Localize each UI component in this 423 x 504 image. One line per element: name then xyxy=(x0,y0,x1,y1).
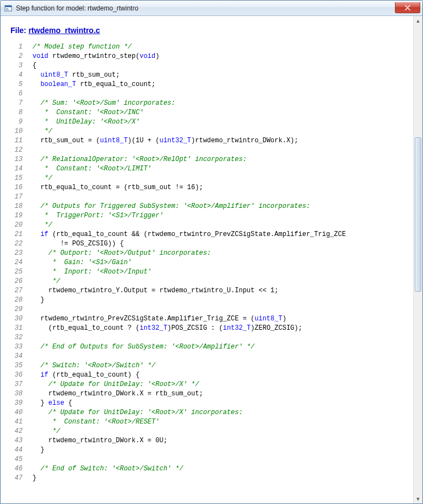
code-content[interactable]: /* End of Switch: '<Root>/Switch' */ xyxy=(32,464,346,474)
code-content[interactable]: } xyxy=(32,474,346,483)
code-line: 42 */ xyxy=(10,427,346,436)
code-content[interactable]: * Gain: '<S1>/Gain' xyxy=(32,258,346,267)
code-content[interactable]: /* Model step function */ xyxy=(32,42,346,52)
code-line: 5 boolean_T rtb_equal_to_count; xyxy=(10,80,346,89)
code-line: 12 xyxy=(10,146,346,155)
code-table: 1/* Model step function */2void rtwdemo_… xyxy=(10,42,346,483)
code-content[interactable] xyxy=(32,352,346,361)
content-area: File: rtwdemo_rtwintro.c 1/* Model step … xyxy=(1,16,422,503)
code-content[interactable]: rtwdemo_rtwintro_DWork.X = rtb_sum_out; xyxy=(32,389,346,399)
code-line: 4 uint8_T rtb_sum_out; xyxy=(10,71,346,80)
line-number: 32 xyxy=(10,333,32,342)
line-number: 43 xyxy=(10,436,32,446)
file-header: File: rtwdemo_rtwintro.c xyxy=(10,26,408,35)
code-content[interactable] xyxy=(32,89,346,99)
code-content[interactable]: uint8_T rtb_sum_out; xyxy=(32,71,346,80)
code-content[interactable] xyxy=(32,333,346,342)
line-number: 47 xyxy=(10,474,32,483)
code-content[interactable]: /* RelationalOperator: '<Root>/RelOpt' i… xyxy=(32,155,346,164)
line-number: 39 xyxy=(10,399,32,408)
code-content[interactable]: } else { xyxy=(32,399,346,408)
code-content[interactable]: * Constant: '<Root>/LIMIT' xyxy=(32,164,346,174)
code-line: 29 xyxy=(10,305,346,314)
scroll-down-arrow[interactable]: ▼ xyxy=(414,494,422,503)
code-line: 8 * Constant: '<Root>/INC' xyxy=(10,108,346,117)
scroll-thumb[interactable] xyxy=(415,137,421,292)
code-content[interactable]: /* End of Outputs for SubSystem: '<Root>… xyxy=(32,342,346,352)
line-number: 4 xyxy=(10,71,32,80)
code-line: 31 (rtb_equal_to_count ? (int32_T)POS_ZC… xyxy=(10,324,346,333)
line-number: 37 xyxy=(10,380,32,389)
code-content[interactable]: /* Update for UnitDelay: '<Root>/X' inco… xyxy=(32,408,346,417)
code-content[interactable]: /* Outputs for Triggered SubSystem: '<Ro… xyxy=(32,202,346,211)
code-content[interactable]: != POS_ZCSIG)) { xyxy=(32,239,346,249)
code-line: 18 /* Outputs for Triggered SubSystem: '… xyxy=(10,202,346,211)
code-content[interactable]: void rtwdemo_rtwintro_step(void) xyxy=(32,52,346,61)
line-number: 18 xyxy=(10,202,32,211)
code-content[interactable]: rtb_sum_out = (uint8_T)(1U + (uint32_T)r… xyxy=(32,136,346,146)
line-number: 20 xyxy=(10,221,32,230)
code-content[interactable]: rtb_equal_to_count = (rtb_sum_out != 16)… xyxy=(32,183,346,192)
code-content[interactable]: /* Update for UnitDelay: '<Root>/X' */ xyxy=(32,380,346,389)
code-content[interactable]: * UnitDelay: '<Root>/X' xyxy=(32,117,346,127)
code-line: 38 rtwdemo_rtwintro_DWork.X = rtb_sum_ou… xyxy=(10,389,346,399)
code-content[interactable]: * TriggerPort: '<S1>/Trigger' xyxy=(32,211,346,221)
line-number: 42 xyxy=(10,427,32,436)
code-line: 6 xyxy=(10,89,346,99)
code-content[interactable]: * Constant: '<Root>/INC' xyxy=(32,108,346,117)
code-content[interactable] xyxy=(32,192,346,202)
line-number: 29 xyxy=(10,305,32,314)
line-number: 3 xyxy=(10,61,32,71)
line-number: 9 xyxy=(10,117,32,127)
titlebar[interactable]: Step function for model: rtwdemo_rtwintr… xyxy=(1,1,422,16)
line-number: 1 xyxy=(10,42,32,52)
line-number: 33 xyxy=(10,342,32,352)
code-content[interactable] xyxy=(32,305,346,314)
content-scroll: File: rtwdemo_rtwintro.c 1/* Model step … xyxy=(1,16,413,503)
code-content[interactable]: boolean_T rtb_equal_to_count; xyxy=(32,80,346,89)
code-content[interactable]: * Inport: '<Root>/Input' xyxy=(32,267,346,277)
line-number: 27 xyxy=(10,286,32,296)
code-line: 22 != POS_ZCSIG)) { xyxy=(10,239,346,249)
code-content[interactable]: */ xyxy=(32,127,346,136)
code-content[interactable] xyxy=(32,146,346,155)
code-content[interactable]: */ xyxy=(32,427,346,436)
line-number: 44 xyxy=(10,446,32,455)
code-content[interactable]: */ xyxy=(32,221,346,230)
code-content[interactable]: */ xyxy=(32,277,346,286)
window-title: Step function for model: rtwdemo_rtwintr… xyxy=(16,4,395,12)
close-button[interactable] xyxy=(395,2,420,13)
line-number: 31 xyxy=(10,324,32,333)
code-line: 44 } xyxy=(10,446,346,455)
code-content[interactable]: if (rtb_equal_to_count) { xyxy=(32,371,346,380)
line-number: 7 xyxy=(10,99,32,108)
code-content[interactable]: /* Switch: '<Root>/Switch' */ xyxy=(32,361,346,371)
code-line: 7 /* Sum: '<Root>/Sum' incorporates: xyxy=(10,99,346,108)
code-content[interactable]: /* Sum: '<Root>/Sum' incorporates: xyxy=(32,99,346,108)
code-content[interactable]: { xyxy=(32,61,346,71)
code-content[interactable]: * Constant: '<Root>/RESET' xyxy=(32,417,346,427)
app-window: Step function for model: rtwdemo_rtwintr… xyxy=(0,0,423,504)
code-content[interactable]: } xyxy=(32,296,346,305)
code-content[interactable]: (rtb_equal_to_count ? (int32_T)POS_ZCSIG… xyxy=(32,324,346,333)
code-line: 23 /* Outport: '<Root>/Output' incorpora… xyxy=(10,249,346,258)
code-content[interactable]: /* Outport: '<Root>/Output' incorporates… xyxy=(32,249,346,258)
line-number: 2 xyxy=(10,52,32,61)
code-content[interactable]: rtwdemo_rtwintro_PrevZCSigState.Amplifie… xyxy=(32,314,346,324)
line-number: 5 xyxy=(10,80,32,89)
line-number: 19 xyxy=(10,211,32,221)
code-line: 37 /* Update for UnitDelay: '<Root>/X' *… xyxy=(10,380,346,389)
code-content[interactable] xyxy=(32,455,346,464)
code-line: 17 xyxy=(10,192,346,202)
code-content[interactable]: } xyxy=(32,446,346,455)
code-line: 20 */ xyxy=(10,221,346,230)
code-content[interactable]: rtwdemo_rtwintro_DWork.X = 0U; xyxy=(32,436,346,446)
code-content[interactable]: rtwdemo_rtwintro_Y.Output = rtwdemo_rtwi… xyxy=(32,286,346,296)
code-content[interactable]: */ xyxy=(32,174,346,183)
code-content[interactable]: if (rtb_equal_to_count && (rtwdemo_rtwin… xyxy=(32,230,346,239)
vertical-scrollbar[interactable]: ▲ ▼ xyxy=(413,16,422,503)
scroll-up-arrow[interactable]: ▲ xyxy=(414,16,422,25)
code-body: 1/* Model step function */2void rtwdemo_… xyxy=(10,42,346,483)
file-link[interactable]: rtwdemo_rtwintro.c xyxy=(29,26,100,35)
code-line: 41 * Constant: '<Root>/RESET' xyxy=(10,417,346,427)
